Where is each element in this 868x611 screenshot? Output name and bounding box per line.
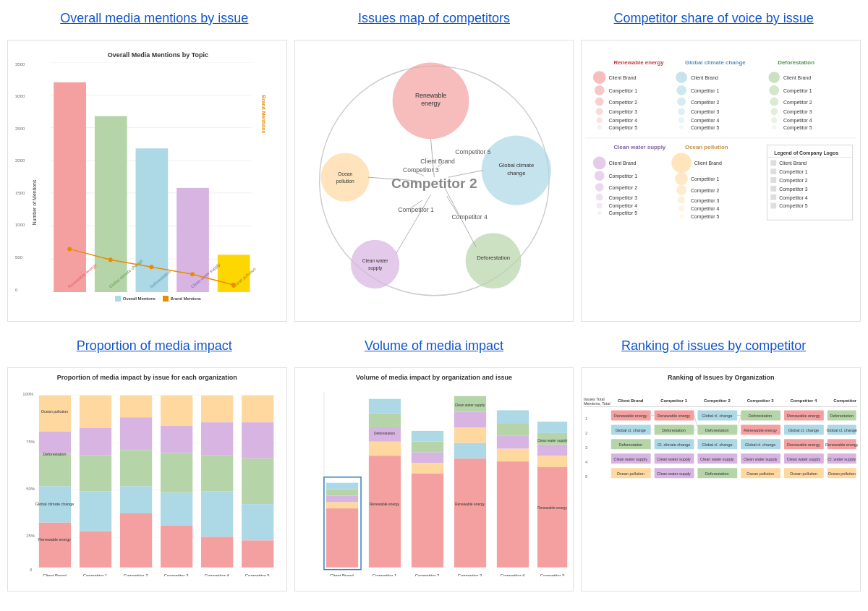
svg-text:Competitor 4: Competitor 4 <box>205 573 229 576</box>
svg-text:Deforestation: Deforestation <box>705 471 729 476</box>
svg-text:Ocean pollution: Ocean pollution <box>746 471 774 476</box>
svg-text:Competitor 4: Competitor 4 <box>783 118 812 124</box>
svg-rect-157 <box>120 417 152 450</box>
svg-rect-198 <box>412 463 443 474</box>
svg-rect-204 <box>454 427 486 443</box>
svg-text:0: 0 <box>30 567 33 571</box>
svg-text:Competitor 2: Competitor 2 <box>609 184 638 190</box>
share-voice-container: Renewable energy Client Brand Competitor… <box>581 40 861 322</box>
svg-text:Client Brand: Client Brand <box>609 75 637 80</box>
heading-volume[interactable]: Volume of media impact <box>294 335 574 364</box>
svg-text:Ocean pollution: Ocean pollution <box>41 409 68 414</box>
svg-text:Gl. climate change: Gl. climate change <box>658 443 690 447</box>
svg-text:pollution: pollution <box>336 178 354 184</box>
svg-point-86 <box>771 108 778 115</box>
svg-rect-162 <box>161 396 192 426</box>
heading-share-voice[interactable]: Competitor share of voice by issue <box>574 7 854 36</box>
svg-rect-205 <box>454 411 486 427</box>
svg-text:Competitor 5: Competitor 5 <box>609 210 638 216</box>
svg-rect-146 <box>39 453 71 486</box>
svg-point-54 <box>593 71 606 84</box>
svg-rect-160 <box>120 513 152 568</box>
heading-proportion[interactable]: Proportion of media impact <box>14 335 294 364</box>
svg-text:Ocean pollution: Ocean pollution <box>617 471 644 476</box>
y-tick-0: 0 <box>15 288 25 292</box>
svg-text:Competitor 1: Competitor 1 <box>398 206 434 213</box>
svg-rect-207 <box>454 443 486 458</box>
svg-text:Competitor 3: Competitor 3 <box>457 573 482 576</box>
svg-rect-122 <box>771 160 777 166</box>
svg-text:Client Brand: Client Brand <box>420 158 455 165</box>
legend-overall-label: Overall Mentions <box>123 296 156 301</box>
svg-text:Deforestation: Deforestation <box>43 452 66 456</box>
svg-text:Competitor 5: Competitor 5 <box>540 573 564 576</box>
svg-text:Global cl. change: Global cl. change <box>616 428 646 432</box>
svg-point-90 <box>773 125 777 129</box>
svg-text:1: 1 <box>585 416 588 421</box>
svg-point-69 <box>677 85 687 95</box>
proportion-chart: Proportion of media impact by issue for … <box>8 368 286 591</box>
svg-rect-8 <box>54 82 86 291</box>
svg-text:Client Brand: Client Brand <box>694 161 722 166</box>
svg-point-115 <box>678 205 684 211</box>
svg-point-111 <box>677 185 687 195</box>
svg-rect-188 <box>326 482 358 489</box>
svg-text:Global climate change: Global climate change <box>685 59 746 66</box>
svg-text:Deforestation: Deforestation <box>619 443 643 447</box>
svg-rect-148 <box>39 523 71 568</box>
svg-rect-156 <box>120 396 152 417</box>
svg-text:3: 3 <box>585 445 588 450</box>
svg-text:Client Brand: Client Brand <box>43 573 66 576</box>
svg-text:Ocean pollution: Ocean pollution <box>685 143 728 150</box>
y-tick-2500: 2500 <box>15 127 25 131</box>
svg-rect-214 <box>497 461 529 568</box>
svg-rect-189 <box>326 508 358 568</box>
svg-text:75%: 75% <box>26 439 35 443</box>
svg-text:Mentions, Total: Mentions, Total <box>584 401 610 406</box>
heading-overall-mentions[interactable]: Overall media mentions by issue <box>14 7 294 36</box>
svg-text:Client Brand: Client Brand <box>691 75 718 80</box>
bar-chart-container: Overall Media Mentions by Topic Number o… <box>7 40 287 322</box>
svg-text:Deforestation: Deforestation <box>374 432 395 435</box>
svg-text:Competitor 3: Competitor 3 <box>691 197 720 203</box>
svg-text:Clean water supply: Clean water supply <box>700 457 734 461</box>
svg-text:Clean water supply: Clean water supply <box>658 457 692 461</box>
svg-rect-202 <box>412 474 443 568</box>
svg-text:2: 2 <box>585 431 588 435</box>
svg-text:Clean water supply: Clean water supply <box>787 457 821 461</box>
svg-point-109 <box>676 172 689 185</box>
svg-text:Competitor 2: Competitor 2 <box>124 573 148 576</box>
svg-text:Competitor 1: Competitor 1 <box>609 174 638 179</box>
svg-point-77 <box>679 125 684 129</box>
heading-issues-map[interactable]: Issues map of competitors <box>294 7 574 36</box>
svg-rect-220 <box>537 467 567 568</box>
svg-rect-200 <box>412 441 443 452</box>
svg-text:Renewable: Renewable <box>415 91 446 98</box>
svg-rect-213 <box>497 410 529 423</box>
bottom-headings-row: Proportion of media impact Volume of med… <box>7 335 861 364</box>
svg-text:Competitor 3: Competitor 3 <box>403 166 439 174</box>
legend-overall-color <box>115 296 121 302</box>
svg-text:Global cl. change: Global cl. change <box>827 428 857 432</box>
svg-rect-159 <box>120 486 152 513</box>
svg-point-117 <box>679 214 684 218</box>
svg-rect-195 <box>369 398 401 413</box>
page-container: Overall media mentions by issue Issues m… <box>0 0 868 611</box>
svg-point-19 <box>109 257 113 262</box>
svg-point-21 <box>190 272 195 276</box>
svg-rect-130 <box>771 194 777 200</box>
svg-rect-165 <box>161 492 192 525</box>
svg-text:Competitor 2: Competitor 2 <box>704 398 731 402</box>
heading-ranking[interactable]: Ranking of issues by competitor <box>574 335 854 364</box>
svg-text:Competitor 1: Competitor 1 <box>660 398 687 402</box>
svg-rect-9 <box>95 116 127 291</box>
svg-line-41 <box>396 195 430 254</box>
svg-point-75 <box>678 117 684 123</box>
svg-text:Renewable energy: Renewable energy <box>744 428 778 432</box>
svg-rect-153 <box>80 491 111 531</box>
share-voice-chart: Renewable energy Client Brand Competitor… <box>582 40 860 321</box>
svg-point-35 <box>320 153 369 201</box>
svg-rect-216 <box>537 456 567 467</box>
svg-text:Competitor 5: Competitor 5 <box>783 125 812 131</box>
svg-text:Competitor 4: Competitor 4 <box>451 213 488 220</box>
